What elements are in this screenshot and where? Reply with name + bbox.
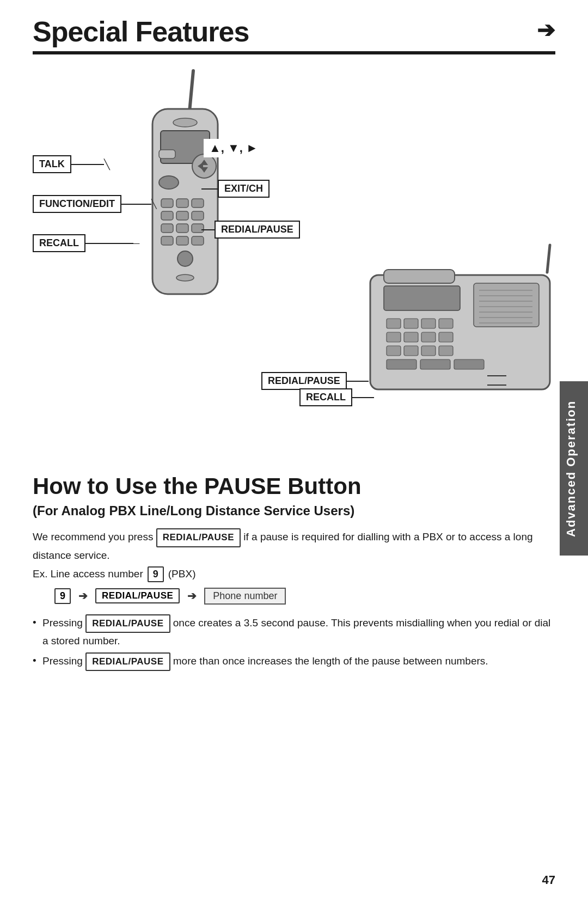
- seq-key-9: 9: [54, 588, 71, 604]
- svg-rect-46: [421, 346, 436, 356]
- phone-number-box: Phone number: [204, 588, 286, 605]
- svg-rect-44: [387, 346, 401, 356]
- sequence-line: 9 ➔ REDIAL/PAUSE ➔ Phone number: [54, 588, 555, 605]
- bullet-1: Pressing REDIAL/PAUSE once creates a 3.5…: [33, 614, 555, 649]
- svg-line-24: [547, 245, 550, 272]
- svg-rect-45: [404, 346, 418, 356]
- bullet2-key: REDIAL/PAUSE: [85, 652, 170, 671]
- function-edit-label: FUNCTION/EDIT ╲: [33, 195, 157, 213]
- svg-rect-35: [384, 286, 460, 310]
- base-phone: REDIAL/PAUSE RECALL: [354, 240, 572, 416]
- svg-rect-26: [384, 270, 455, 283]
- arrow-icon: ➔: [537, 17, 555, 42]
- header-divider: [33, 51, 555, 54]
- arrow-2: ➔: [187, 589, 197, 602]
- talk-label: TALK ╲: [33, 155, 110, 173]
- svg-rect-42: [421, 332, 436, 342]
- redial-pause-key-inline: REDIAL/PAUSE: [156, 528, 241, 547]
- exit-ch-label: EXIT/CH: [201, 180, 270, 198]
- svg-rect-37: [404, 319, 418, 328]
- seq-redial-pause: REDIAL/PAUSE: [95, 588, 180, 603]
- bullet1-key: REDIAL/PAUSE: [85, 614, 170, 633]
- svg-rect-40: [387, 332, 401, 342]
- svg-rect-27: [474, 283, 539, 327]
- redial-pause-handset-label: REDIAL/PAUSE: [201, 221, 300, 239]
- svg-rect-43: [439, 332, 453, 342]
- arrow-1: ➔: [78, 589, 88, 602]
- nav-arrows-label: ▲, ▼, ►: [201, 139, 264, 157]
- section-subtitle: (For Analog PBX Line/Long Distance Servi…: [33, 503, 555, 518]
- svg-rect-41: [404, 332, 418, 342]
- example-line: Ex. Line access number 9 (PBX): [33, 566, 555, 582]
- page-container: Special Features ➔: [0, 0, 588, 909]
- svg-rect-47: [439, 346, 453, 356]
- recall-handset-label: RECALL ─: [33, 234, 139, 252]
- svg-rect-50: [454, 359, 484, 369]
- recall-base-label: RECALL: [299, 388, 374, 406]
- section-title: How to Use the PAUSE Button: [33, 474, 555, 499]
- svg-rect-36: [387, 319, 401, 328]
- bullet-2: Pressing REDIAL/PAUSE more than once inc…: [33, 652, 555, 671]
- svg-rect-48: [387, 359, 416, 369]
- body-paragraph-1: We recommend you press REDIAL/PAUSE if a…: [33, 528, 555, 563]
- diagram-area: TALK ╲ ▲, ▼, ► FUNCTION/EDIT ╲ EXIT/CH: [0, 60, 588, 463]
- content-section: How to Use the PAUSE Button (For Analog …: [0, 463, 588, 671]
- svg-rect-39: [439, 319, 453, 328]
- number-9-key: 9: [148, 566, 164, 582]
- svg-rect-38: [421, 319, 436, 328]
- header: Special Features ➔: [0, 0, 588, 46]
- page-number: 47: [542, 873, 555, 887]
- svg-rect-49: [420, 359, 450, 369]
- redial-pause-base-label: REDIAL/PAUSE: [261, 372, 369, 390]
- page-title: Special Features: [33, 16, 249, 47]
